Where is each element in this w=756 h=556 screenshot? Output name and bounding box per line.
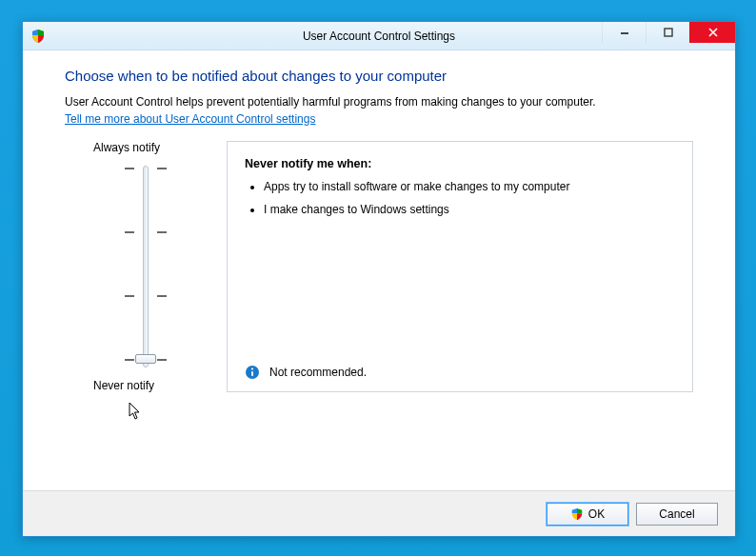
recommendation-row: Not recommended. (245, 357, 675, 380)
slider-tick (125, 359, 134, 361)
list-item: Apps try to install software or make cha… (264, 180, 675, 193)
level-description-panel: Never notify me when: Apps try to instal… (227, 141, 693, 392)
svg-rect-3 (251, 371, 253, 376)
ok-button-label: OK (588, 507, 605, 521)
slider-tick (125, 295, 134, 297)
slider-tick (125, 231, 134, 233)
slider-tick (157, 295, 167, 297)
titlebar[interactable]: User Account Control Settings (23, 22, 735, 50)
notification-slider[interactable] (117, 162, 174, 371)
description-text: User Account Control helps prevent poten… (65, 95, 693, 110)
window-controls (602, 22, 735, 43)
slider-tick (157, 359, 167, 361)
slider-bottom-label: Never notify (93, 379, 154, 392)
shield-icon (30, 29, 46, 44)
slider-tick (125, 168, 134, 169)
shield-icon (570, 507, 584, 521)
help-link[interactable]: Tell me more about User Account Control … (65, 112, 315, 126)
slider-top-label: Always notify (93, 141, 160, 154)
slider-track (143, 166, 149, 367)
dialog-footer: OK Cancel (23, 490, 735, 536)
maximize-icon (664, 28, 673, 37)
svg-point-4 (251, 367, 253, 369)
uac-settings-window: User Account Control Settings Choose whe… (22, 21, 736, 537)
level-bullet-list: Apps try to install software or make cha… (245, 180, 675, 226)
close-icon (708, 28, 718, 37)
recommendation-text: Not recommended. (269, 366, 367, 379)
list-item: I make changes to Windows settings (264, 203, 675, 216)
cancel-button-label: Cancel (659, 507, 694, 521)
cancel-button[interactable]: Cancel (636, 503, 718, 526)
close-button[interactable] (689, 22, 735, 43)
notification-slider-area: Always notify Never notify (65, 141, 227, 392)
ok-button[interactable]: OK (547, 503, 628, 526)
slider-tick (157, 231, 167, 233)
svg-rect-0 (621, 32, 628, 34)
content-area: Choose when to be notified about changes… (23, 50, 735, 490)
slider-tick (157, 168, 167, 169)
page-heading: Choose when to be notified about changes… (65, 68, 693, 84)
minimize-button[interactable] (602, 22, 646, 43)
svg-rect-1 (665, 29, 672, 36)
minimize-icon (620, 28, 629, 37)
level-title: Never notify me when: (245, 157, 675, 170)
slider-thumb[interactable] (135, 354, 156, 364)
maximize-button[interactable] (646, 22, 689, 43)
info-icon (245, 365, 260, 380)
